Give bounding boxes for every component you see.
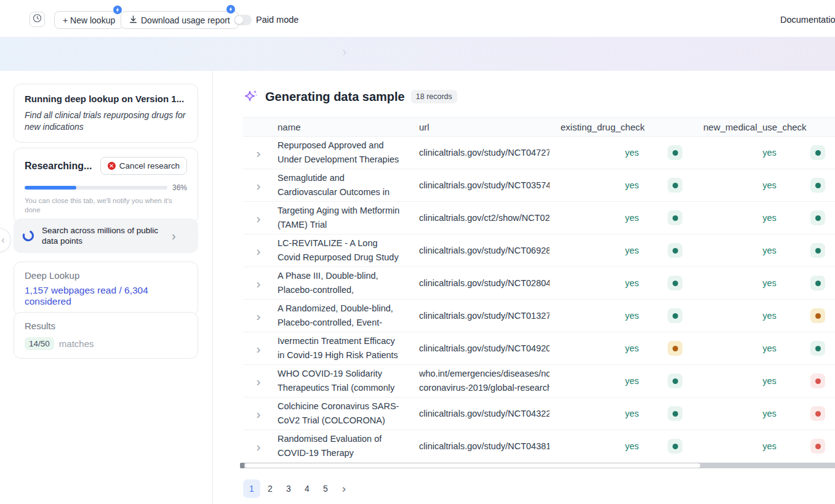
status-dot-badge <box>810 406 825 421</box>
scrollbar-left-cap <box>240 463 244 468</box>
paid-mode-toggle[interactable] <box>234 15 252 25</box>
cell-existing-drug-check: yes <box>561 365 703 397</box>
table-body: › Repurposed Approved and Under Developm… <box>243 137 835 463</box>
sparkles-icon <box>243 89 259 105</box>
banner-chevron-icon: › <box>342 44 346 60</box>
status-dot-badge <box>810 145 825 160</box>
url-text: coronavirus-2019/global-research-c <box>419 381 549 395</box>
expand-row-icon[interactable]: › <box>257 212 261 225</box>
status-dot-badge <box>668 439 682 454</box>
cell-name: A Phase III, Double-blind, Placebo-contr… <box>278 267 419 299</box>
sidebar: Running deep lookup on Version 1... Find… <box>0 71 213 504</box>
table-row[interactable]: › A Randomized, Double-blind, Placebo-co… <box>243 300 835 332</box>
deep-lookup-card: Deep Lookup 1,157 webpages read / 6,304 … <box>14 262 198 316</box>
cell-url: clinicaltrials.gov/study/NCT035745 <box>419 169 561 201</box>
clock-icon <box>33 14 42 25</box>
page-button-5[interactable]: 5 <box>317 479 334 498</box>
cancel-research-button[interactable]: ✕ Cancel research <box>100 157 187 175</box>
cell-new-medical-use-check: yes <box>703 430 835 462</box>
expand-row-icon[interactable]: › <box>257 179 261 192</box>
search-data-points-banner[interactable]: Search across millions of public data po… <box>14 218 198 253</box>
table-row[interactable]: › Semaglutide and Cardiovascular Outcome… <box>243 169 835 202</box>
url-text: clinicaltrials.gov/study/NCT049209 <box>419 342 549 356</box>
expand-row-icon[interactable]: › <box>257 440 261 453</box>
expand-row-icon[interactable]: › <box>257 407 261 420</box>
documentation-link[interactable]: Documentation <box>780 15 835 25</box>
history-button[interactable] <box>30 12 45 27</box>
expand-row-icon[interactable]: › <box>257 277 261 290</box>
progress-percent: 36% <box>172 183 187 192</box>
page-button-3[interactable]: 3 <box>280 479 297 498</box>
cell-new-medical-use-check: yes <box>703 365 835 397</box>
cell-existing-drug-check: yes <box>561 430 703 462</box>
expand-row-icon[interactable]: › <box>257 342 261 355</box>
lookup-card-title: Running deep lookup on Version 1... <box>25 94 187 104</box>
page-button-2[interactable]: 2 <box>262 479 279 498</box>
progress-fill <box>25 186 76 190</box>
status-dot-badge <box>810 439 825 454</box>
data-sample-table: name url existing_drug_check new_medical… <box>243 117 835 463</box>
table-row[interactable]: › Targeting Aging with Metformin (TAME) … <box>243 202 835 234</box>
toggle-knob <box>235 16 243 24</box>
status-dot-badge <box>810 178 825 193</box>
cell-name: Semaglutide and Cardiovascular Outcomes … <box>278 169 419 201</box>
cell-existing-drug-check: yes <box>561 169 703 201</box>
cell-new-medical-use-check: yes <box>703 332 835 364</box>
next-page-button[interactable]: › <box>335 479 353 498</box>
table-row[interactable]: › Ivermectin Treatment Efficacy in Covid… <box>243 332 835 365</box>
cell-name: Randomised Evaluation of COVID-19 Therap… <box>278 430 419 462</box>
url-text: clinicaltrials.gov/study/NCT013278 <box>419 309 549 323</box>
horizontal-scrollbar[interactable] <box>240 463 835 468</box>
table-row[interactable]: › LC-REVITALIZE - A Long Covid Repurpose… <box>243 234 835 267</box>
url-text: clinicaltrials.gov/ct2/show/NCT024 <box>419 211 549 225</box>
new-lookup-button[interactable]: + New lookup <box>54 11 124 29</box>
download-usage-report-button[interactable]: Download usage report <box>121 11 239 29</box>
cell-url: clinicaltrials.gov/study/NCT047274 <box>419 137 561 169</box>
status-dot-badge <box>668 145 682 160</box>
table-row[interactable]: › Colchicine Coronavirus SARS-CoV2 Trial… <box>243 398 835 430</box>
url-text: clinicaltrials.gov/study/NCT028048 <box>419 276 549 290</box>
status-dot-badge <box>810 210 825 225</box>
collapse-sidebar-button[interactable]: ‹ <box>0 228 11 252</box>
main-panel: Generating data sample 18 records name u… <box>213 71 835 504</box>
cell-url: clinicaltrials.gov/study/NCT043819 <box>419 430 561 462</box>
column-header-url: url <box>419 122 561 132</box>
expand-row-icon[interactable]: › <box>257 375 261 388</box>
cell-new-medical-use-check: yes <box>703 137 835 169</box>
status-dot-badge <box>668 210 682 225</box>
webpages-read-link[interactable]: 1,157 webpages read / 6,304 considered <box>25 285 187 307</box>
results-title: Results <box>25 321 187 331</box>
page-button-1[interactable]: 1 <box>243 479 260 498</box>
status-dot-badge <box>668 308 682 323</box>
status-dot-badge <box>668 341 682 356</box>
search-banner-label: Search across millions of public data po… <box>42 225 165 246</box>
expand-row-icon[interactable]: › <box>257 244 261 257</box>
cell-existing-drug-check: yes <box>561 202 703 234</box>
app: + New lookup Download usage report Paid … <box>0 0 835 504</box>
researching-label: Researching... <box>25 161 92 172</box>
cell-url: clinicaltrials.gov/study/NCT013278 <box>419 300 561 332</box>
scrollbar-thumb[interactable] <box>245 463 700 468</box>
promo-banner: › <box>0 37 835 71</box>
expand-row-icon[interactable]: › <box>257 146 261 159</box>
url-text: clinicaltrials.gov/study/NCT035745 <box>419 178 549 193</box>
cell-url: who.int/emergencies/diseases/novcoronavi… <box>419 365 561 397</box>
top-bar: + New lookup Download usage report Paid … <box>0 0 835 37</box>
cell-name: Ivermectin Treatment Efficacy in Covid-1… <box>278 332 419 364</box>
page-button-4[interactable]: 4 <box>298 479 316 498</box>
expand-row-icon[interactable]: › <box>257 310 261 322</box>
cell-new-medical-use-check: yes <box>703 202 835 234</box>
cell-name: A Randomized, Double-blind, Placebo-cont… <box>278 300 419 332</box>
table-row[interactable]: › Randomised Evaluation of COVID-19 Ther… <box>243 430 835 463</box>
table-row[interactable]: › WHO COVID-19 Solidarity Therapeutics T… <box>243 365 835 398</box>
cell-existing-drug-check: yes <box>561 267 703 299</box>
table-row[interactable]: › A Phase III, Double-blind, Placebo-con… <box>243 267 835 300</box>
column-header-name: name <box>278 122 419 132</box>
url-text: clinicaltrials.gov/study/NCT069282 <box>419 244 549 258</box>
status-dot-badge <box>668 243 682 258</box>
results-card: Results 14/50 matches <box>14 312 198 359</box>
boost-badge-icon <box>113 6 122 14</box>
content: Running deep lookup on Version 1... Find… <box>0 71 835 504</box>
cancel-icon: ✕ <box>108 162 116 170</box>
table-row[interactable]: › Repurposed Approved and Under Developm… <box>243 137 835 169</box>
